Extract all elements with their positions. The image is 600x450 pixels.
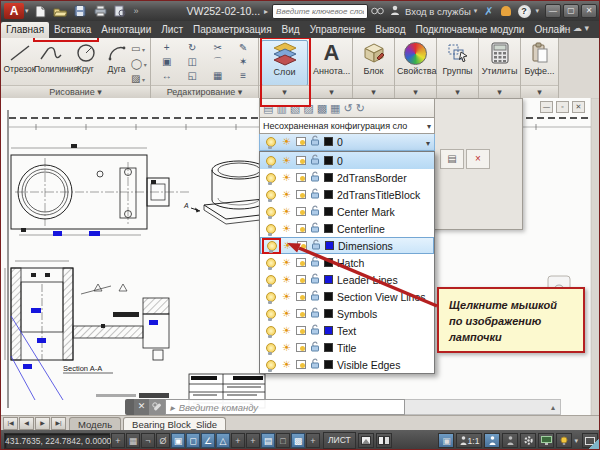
command-history-strip[interactable]: ▴: [405, 399, 561, 415]
freeze-sun-icon[interactable]: ☀: [281, 137, 292, 147]
lock-icon[interactable]: [310, 188, 320, 201]
viewport-minimize-icon[interactable]: —: [540, 101, 553, 113]
qp-toggle[interactable]: □: [276, 433, 290, 448]
bulb-icon[interactable]: [264, 156, 277, 166]
layer-row[interactable]: ☀ Centerline: [260, 220, 434, 237]
lock-icon[interactable]: [310, 358, 320, 371]
layout-nav-button[interactable]: ▶: [35, 417, 50, 430]
lock-icon[interactable]: [311, 239, 321, 252]
lock-icon[interactable]: [310, 307, 320, 320]
am-toggle[interactable]: +: [306, 433, 320, 448]
freeze-sun-icon[interactable]: ☀: [281, 156, 292, 166]
stretch-icon[interactable]: ↔: [155, 69, 179, 82]
lock-icon[interactable]: [310, 290, 320, 303]
cloud-icon[interactable]: ☁ ▾: [569, 23, 593, 36]
layer-state-arrow-icon[interactable]: [427, 121, 431, 131]
lock-icon[interactable]: [310, 171, 320, 184]
viewport-freeze-icon[interactable]: [296, 343, 306, 352]
groups-button[interactable]: Группы: [439, 40, 476, 84]
layer-color-swatch[interactable]: [324, 207, 333, 216]
bulb-icon[interactable]: [264, 275, 277, 285]
ribbon-tab[interactable]: Лист: [156, 22, 188, 38]
freeze-sun-icon[interactable]: ☀: [281, 309, 292, 319]
command-customize-icon[interactable]: [149, 399, 165, 415]
copy-icon[interactable]: ▣: [155, 55, 179, 68]
layer-delete-button[interactable]: ×: [466, 149, 490, 169]
viewport-freeze-icon[interactable]: [296, 292, 306, 301]
lock-icon[interactable]: [310, 135, 320, 148]
layer-row[interactable]: ☀ Symbols: [260, 305, 434, 322]
layer-fade-button[interactable]: ▤: [440, 149, 464, 169]
viewport-freeze-icon[interactable]: [297, 241, 307, 250]
layout-nav-button[interactable]: |◀: [3, 417, 18, 430]
lock-icon[interactable]: [310, 205, 320, 218]
layer-isolate-icon[interactable]: ▩: [317, 99, 327, 117]
autoscale-icon[interactable]: [502, 433, 518, 448]
layer-color-swatch[interactable]: [325, 241, 334, 250]
layout-nav-button[interactable]: ◀: [19, 417, 34, 430]
layer-off-icon[interactable]: ↻: [356, 99, 365, 117]
save-icon[interactable]: [72, 4, 89, 19]
utilities-panel-expander[interactable]: ▾: [479, 85, 520, 98]
viewport-close-icon[interactable]: ✕: [572, 101, 585, 113]
help-button[interactable]: ?: [518, 5, 531, 18]
layer-color-swatch[interactable]: [324, 258, 333, 267]
quick-view-layouts-icon[interactable]: [358, 433, 374, 448]
bulb-icon[interactable]: [264, 309, 277, 319]
viewport-freeze-icon[interactable]: [296, 360, 306, 369]
freeze-sun-icon[interactable]: ☀: [281, 173, 292, 183]
freeze-sun-icon[interactable]: ☀: [282, 241, 293, 251]
block-button[interactable]: Блок: [355, 40, 392, 84]
layer-color-swatch[interactable]: [324, 292, 333, 301]
bulb-icon[interactable]: [264, 207, 277, 217]
layer-row[interactable]: ☀ Leader Lines: [260, 271, 434, 288]
ducs-toggle[interactable]: △: [216, 433, 230, 448]
qat-more-icon[interactable]: »: [134, 6, 139, 16]
signin-label[interactable]: Вход в службы: [405, 6, 471, 17]
ribbon-tab[interactable]: Вывод: [370, 22, 410, 38]
layer-state-combo[interactable]: Несохраненная конфигурация сло: [259, 118, 435, 134]
paper-space-button[interactable]: ЛИСТ: [323, 432, 356, 449]
freeze-sun-icon[interactable]: ☀: [281, 343, 292, 353]
dyn-toggle[interactable]: +: [231, 433, 245, 448]
utilities-button[interactable]: Утилиты: [481, 40, 518, 84]
new-file-icon[interactable]: [32, 4, 49, 19]
scale-icon[interactable]: ◱: [181, 69, 205, 82]
quick-view-drawings-icon[interactable]: [376, 433, 392, 448]
preview-icon[interactable]: [112, 4, 129, 19]
ribbon-tab[interactable]: Главная: [1, 22, 49, 38]
polar-toggle[interactable]: ▣: [171, 433, 185, 448]
erase-icon[interactable]: ✎: [232, 41, 256, 54]
bulb-icon[interactable]: [264, 190, 277, 200]
isolate-objects-bulb-icon[interactable]: [556, 433, 572, 448]
current-layer-swatch[interactable]: [324, 137, 333, 146]
layer-row[interactable]: ☀ 2dTransTitleBlock: [260, 186, 434, 203]
viewport-freeze-icon[interactable]: [296, 326, 306, 335]
bulb-icon[interactable]: [265, 241, 278, 251]
help-arrow-icon[interactable]: ▾: [536, 7, 540, 15]
offset-icon[interactable]: ≡: [232, 69, 256, 82]
layout-tab[interactable]: Модель: [69, 417, 121, 431]
freeze-sun-icon[interactable]: ☀: [281, 360, 292, 370]
layer-color-swatch[interactable]: [324, 224, 333, 233]
viewport-freeze-icon[interactable]: [296, 190, 306, 199]
layer-color-swatch[interactable]: [324, 156, 333, 165]
lock-icon[interactable]: [310, 256, 320, 269]
modify-panel-label[interactable]: Редактирование ▾: [151, 85, 258, 98]
ribbon-tab[interactable]: Аннотации: [96, 22, 156, 38]
title-arrow-icon[interactable]: ▸: [264, 7, 268, 16]
tabs-more-icon[interactable]: »: [555, 23, 569, 37]
ribbon-tab[interactable]: Управление: [305, 22, 371, 38]
layer-color-swatch[interactable]: [324, 343, 333, 352]
bulb-icon[interactable]: [264, 343, 277, 353]
app-menu-button[interactable]: A: [4, 3, 24, 19]
minimize-button[interactable]: —: [545, 4, 561, 18]
ribbon-tab[interactable]: Подключаемые модули: [410, 22, 529, 38]
grid-toggle[interactable]: ¬: [141, 433, 155, 448]
layer-color-swatch[interactable]: [324, 190, 333, 199]
resize-grip[interactable]: [589, 439, 599, 449]
tpy-toggle[interactable]: ▤: [261, 433, 275, 448]
ribbon-tab[interactable]: Параметризация: [188, 22, 277, 38]
command-line-grip[interactable]: [125, 399, 134, 415]
layer-color-swatch[interactable]: [324, 309, 333, 318]
